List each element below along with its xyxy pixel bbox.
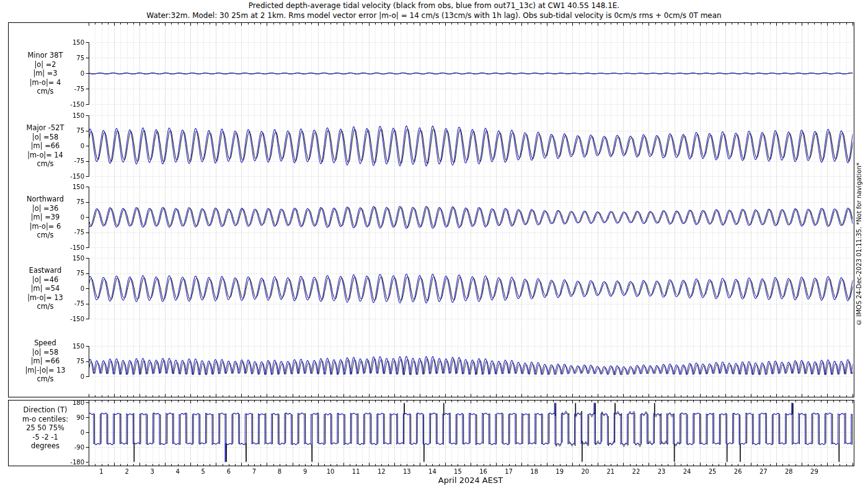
x-tick-label-day-22: 22	[629, 468, 643, 476]
x-tick-label-day-7: 7	[247, 468, 261, 476]
y-tick-label-minor-150: 150	[56, 38, 84, 46]
y-tick-label-northward-75: 75	[56, 198, 84, 206]
x-tick-label-day-18: 18	[528, 468, 541, 476]
y-tick-label-eastward--150: -150	[56, 315, 84, 323]
x-tick-label-day-17: 17	[502, 468, 516, 476]
y-tick-label-major-150: 150	[56, 112, 84, 120]
y-tick-label-eastward--75: -75	[56, 299, 84, 308]
y-tick-label-direction-180: 180	[56, 399, 84, 407]
x-tick-label-day-25: 25	[706, 468, 719, 476]
x-tick-label-day-15: 15	[451, 468, 464, 476]
y-tick-label-minor--75: -75	[56, 85, 84, 93]
y-tick-label-northward-0: 0	[56, 213, 84, 221]
x-tick-label-day-16: 16	[477, 468, 490, 476]
x-tick-label-day-14: 14	[425, 468, 439, 476]
y-tick-label-eastward-150: 150	[56, 254, 84, 262]
x-tick-label-day-10: 10	[324, 468, 337, 476]
x-tick-label-day-5: 5	[197, 468, 210, 476]
x-tick-label-day-11: 11	[349, 468, 363, 476]
x-tick-label-day-3: 3	[146, 468, 159, 476]
x-tick-label-day-13: 13	[400, 468, 414, 476]
x-tick-label-day-24: 24	[680, 468, 694, 476]
x-tick-label-day-6: 6	[222, 468, 236, 476]
y-tick-label-minor-0: 0	[56, 69, 84, 78]
y-tick-label-major--150: -150	[56, 172, 84, 180]
x-tick-label-day-19: 19	[553, 468, 567, 476]
x-tick-label-day-4: 4	[171, 468, 185, 476]
x-tick-label-day-23: 23	[655, 468, 668, 476]
x-tick-label-day-29: 29	[807, 468, 821, 476]
y-tick-label-direction-0: 0	[56, 428, 84, 436]
y-tick-label-northward--75: -75	[56, 228, 84, 236]
y-tick-label-eastward-0: 0	[56, 285, 84, 293]
x-tick-label-day-26: 26	[731, 468, 745, 476]
x-tick-label-day-21: 21	[604, 468, 618, 476]
y-tick-label-major--75: -75	[56, 157, 84, 165]
y-tick-label-speed-0: 0	[56, 373, 84, 381]
x-axis-title: April 2024 AEST	[89, 476, 852, 485]
y-tick-label-speed-75: 75	[56, 357, 84, 365]
x-tick-label-day-27: 27	[756, 468, 770, 476]
y-tick-label-eastward-75: 75	[56, 269, 84, 277]
y-tick-label-direction-90: 90	[56, 414, 84, 422]
x-tick-label-day-1: 1	[95, 468, 108, 476]
y-tick-label-minor-75: 75	[56, 54, 84, 62]
y-tick-label-minor--150: -150	[56, 100, 84, 108]
x-tick-label-day-2: 2	[120, 468, 134, 476]
x-tick-label-day-8: 8	[273, 468, 286, 476]
y-tick-label-direction--180: -180	[56, 458, 84, 466]
tidal-velocity-chart-canvas	[0, 0, 868, 496]
y-tick-label-northward--150: -150	[56, 244, 84, 252]
x-tick-label-day-20: 20	[578, 468, 592, 476]
x-tick-label-day-9: 9	[298, 468, 312, 476]
y-tick-label-major-75: 75	[56, 126, 84, 135]
y-tick-label-speed-150: 150	[56, 342, 84, 350]
y-tick-label-direction--90: -90	[56, 443, 84, 451]
y-tick-label-northward-150: 150	[56, 183, 84, 191]
x-tick-label-day-28: 28	[782, 468, 795, 476]
x-tick-label-day-12: 12	[374, 468, 388, 476]
imos-credit-vertical-text: © IMOS 24-Dec-2023 01:11:35. *Not for na…	[856, 22, 866, 466]
y-tick-label-major-0: 0	[56, 142, 84, 150]
